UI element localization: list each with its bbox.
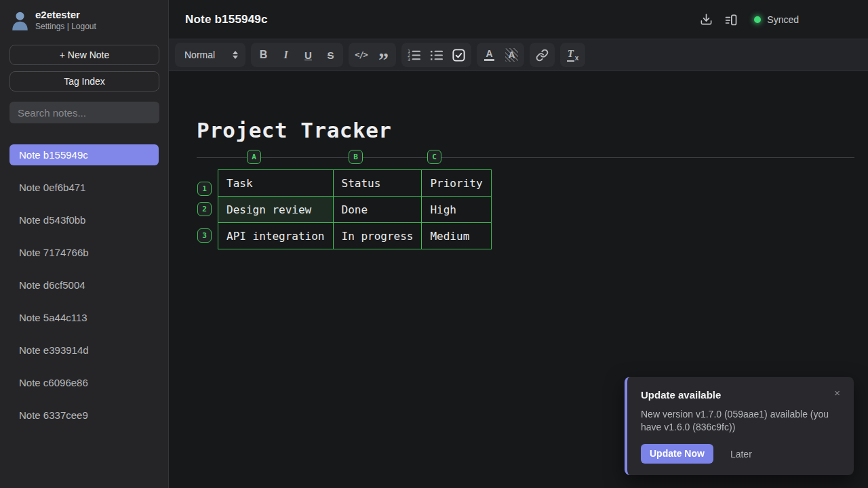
toast-message: New version v1.7.0 (059aae1) available (… [641,408,844,434]
row-handle-rail: 123 [197,169,212,255]
username: e2etester [35,9,96,20]
table-cell[interactable]: Priority [422,170,491,197]
table-row: API integrationIn progressMedium [218,223,492,249]
text-color-icon[interactable]: A [478,44,500,66]
note-title: Note b155949c [185,13,268,26]
format-group: Normal [175,43,245,67]
ordered-list-icon[interactable]: 1 2 3 [403,44,425,66]
underline-button[interactable]: U [297,44,319,66]
note-list-item[interactable]: Note 5a44c113 [9,307,159,328]
user-info: e2etester Settings | Logout [35,9,96,31]
update-toast: Update available × New version v1.7.0 (0… [625,377,854,475]
note-table: TaskStatusPriorityDesign reviewDoneHighA… [218,169,492,249]
close-icon[interactable]: × [834,389,840,397]
download-icon[interactable] [700,13,713,26]
settings-link[interactable]: Settings [35,22,64,31]
block-insert-group: </> ” [349,43,396,67]
document-heading[interactable]: Project Tracker [197,117,854,143]
toast-title: Update available [641,389,721,401]
table-cell[interactable]: Design review [218,197,334,223]
sync-status: Synced [754,14,799,25]
bullet-list-icon[interactable] [425,44,448,66]
clear-format-group: Tx [560,43,585,67]
blockquote-icon[interactable]: ” [372,44,395,66]
block-format-value: Normal [184,49,215,60]
list-group: 1 2 3 [401,43,471,67]
heading-rule: ABC [197,157,854,158]
svg-text:3: 3 [408,56,410,60]
table-zone: 123 TaskStatusPriorityDesign reviewDoneH… [218,169,854,249]
sync-label: Synced [767,14,799,25]
side-panel-icon[interactable] [724,13,738,26]
note-list-item[interactable]: Note e393914d [9,340,159,361]
editor-toolbar: Normal B I U S </> ” 1 2 [169,39,868,71]
search-input[interactable] [9,102,159,123]
table-row: Design reviewDoneHigh [218,197,492,223]
toast-actions: Update Now Later [641,444,840,464]
block-format-select[interactable]: Normal [176,44,244,66]
table-cell[interactable]: Task [218,170,334,197]
table-cell[interactable]: High [422,197,491,223]
update-now-button[interactable]: Update Now [641,444,713,464]
clear-format-icon[interactable]: Tx [561,44,584,66]
sync-dot-icon [754,16,761,23]
note-list-item[interactable]: Note d543f0bb [9,209,159,230]
note-list-item[interactable]: Note 7174766b [9,242,159,263]
inline-style-group: B I U S [251,43,343,67]
note-header: Note b155949c Synced [169,0,868,39]
table-cell[interactable]: Status [333,170,422,197]
row-handle-3[interactable]: 3 [197,228,212,243]
table-cell[interactable]: Medium [422,223,491,249]
note-list-item[interactable]: Note c6096e86 [9,372,159,393]
strikethrough-button[interactable]: S [319,44,342,66]
link-icon[interactable] [531,44,553,66]
column-handle-a[interactable]: A [247,150,261,164]
user-avatar-icon [11,10,29,30]
note-list-item[interactable]: Note b155949c [9,144,159,165]
row-handle-1[interactable]: 1 [197,182,212,196]
checkbox-icon[interactable] [448,44,470,66]
note-list: Note b155949cNote 0ef6b471Note d543f0bbN… [0,144,168,426]
table-cell[interactable]: API integration [218,223,334,249]
row-handle-2[interactable]: 2 [197,202,212,216]
note-list-item[interactable]: Note 0ef6b471 [9,177,159,198]
link-group [530,43,555,67]
table-cell[interactable]: In progress [333,223,422,249]
code-block-icon[interactable]: </> [350,44,372,66]
chevron-updown-icon [233,51,238,59]
links-divider: | [67,22,69,31]
highlight-icon[interactable]: A [500,44,523,66]
column-handle-b[interactable]: B [349,150,363,164]
later-button[interactable]: Later [726,448,756,460]
logout-link[interactable]: Logout [71,22,96,31]
new-note-button[interactable]: + New Note [9,45,159,65]
note-list-item[interactable]: Note 6337cee9 [9,405,159,426]
sidebar: e2etester Settings | Logout + New Note T… [0,0,169,488]
user-row: e2etester Settings | Logout [0,0,168,37]
header-actions: Synced [700,13,799,26]
table-cell[interactable]: Done [333,197,422,223]
column-handle-c[interactable]: C [427,150,441,164]
bold-button[interactable]: B [252,44,275,66]
user-links: Settings | Logout [35,22,96,31]
color-group: A A [477,43,524,67]
table-row: TaskStatusPriority [218,170,492,197]
italic-button[interactable]: I [275,44,297,66]
tag-index-button[interactable]: Tag Index [9,71,159,92]
note-list-item[interactable]: Note d6cf5004 [9,274,159,296]
